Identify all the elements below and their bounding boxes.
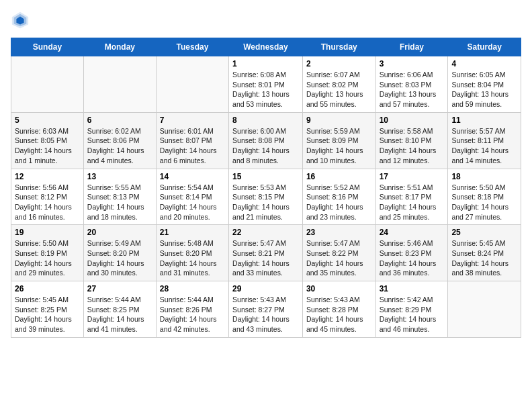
day-of-week-header: Monday <box>83 38 156 56</box>
calendar-cell: 15Sunrise: 5:53 AMSunset: 8:15 PMDayligh… <box>229 169 303 225</box>
day-number: 20 <box>87 228 152 237</box>
day-number: 13 <box>87 172 152 181</box>
day-number: 21 <box>160 228 225 237</box>
calendar-cell: 8Sunrise: 6:00 AMSunset: 8:08 PMDaylight… <box>229 112 303 169</box>
day-info: Sunrise: 5:55 AMSunset: 8:13 PMDaylight:… <box>87 183 152 222</box>
calendar-cell: 21Sunrise: 5:48 AMSunset: 8:20 PMDayligh… <box>156 225 228 281</box>
calendar-cell: 11Sunrise: 5:57 AMSunset: 8:11 PMDayligh… <box>448 112 521 169</box>
day-of-week-header: Sunday <box>11 38 84 56</box>
calendar-cell: 1Sunrise: 6:08 AMSunset: 8:01 PMDaylight… <box>229 56 303 113</box>
day-info: Sunrise: 6:03 AMSunset: 8:05 PMDaylight:… <box>15 126 80 166</box>
calendar-cell: 13Sunrise: 5:55 AMSunset: 8:13 PMDayligh… <box>83 169 156 225</box>
day-info: Sunrise: 6:08 AMSunset: 8:01 PMDaylight:… <box>232 70 299 109</box>
day-info: Sunrise: 5:50 AMSunset: 8:18 PMDaylight:… <box>451 183 517 222</box>
day-number: 17 <box>380 172 445 181</box>
day-number: 27 <box>87 284 152 293</box>
day-number: 10 <box>380 116 445 125</box>
day-of-week-header: Thursday <box>302 38 375 56</box>
calendar-cell: 9Sunrise: 5:59 AMSunset: 8:09 PMDaylight… <box>302 112 375 169</box>
day-info: Sunrise: 5:59 AMSunset: 8:09 PMDaylight:… <box>306 126 372 166</box>
day-info: Sunrise: 5:52 AMSunset: 8:16 PMDaylight:… <box>306 183 372 222</box>
day-number: 11 <box>451 116 517 125</box>
day-info: Sunrise: 6:07 AMSunset: 8:02 PMDaylight:… <box>306 70 372 109</box>
day-info: Sunrise: 5:54 AMSunset: 8:14 PMDaylight:… <box>160 183 225 222</box>
day-number: 26 <box>15 284 80 293</box>
day-of-week-header: Tuesday <box>156 38 228 56</box>
calendar-cell: 23Sunrise: 5:47 AMSunset: 8:22 PMDayligh… <box>302 225 375 281</box>
day-number: 18 <box>451 172 517 181</box>
day-info: Sunrise: 5:43 AMSunset: 8:28 PMDaylight:… <box>306 295 372 334</box>
calendar-cell: 4Sunrise: 6:05 AMSunset: 8:04 PMDaylight… <box>448 56 521 113</box>
day-info: Sunrise: 5:47 AMSunset: 8:22 PMDaylight:… <box>306 238 372 278</box>
day-info: Sunrise: 6:01 AMSunset: 8:07 PMDaylight:… <box>160 126 225 166</box>
calendar-week-row: 19Sunrise: 5:50 AMSunset: 8:19 PMDayligh… <box>11 225 521 281</box>
day-number: 2 <box>306 59 372 68</box>
calendar-cell <box>448 281 521 338</box>
day-number: 8 <box>232 116 299 125</box>
day-info: Sunrise: 5:45 AMSunset: 8:24 PMDaylight:… <box>451 238 517 278</box>
day-info: Sunrise: 5:47 AMSunset: 8:21 PMDaylight:… <box>232 238 299 278</box>
calendar-week-row: 12Sunrise: 5:56 AMSunset: 8:12 PMDayligh… <box>11 169 521 225</box>
calendar-cell: 17Sunrise: 5:51 AMSunset: 8:17 PMDayligh… <box>375 169 448 225</box>
day-number: 3 <box>380 59 445 68</box>
calendar-cell: 10Sunrise: 5:58 AMSunset: 8:10 PMDayligh… <box>375 112 448 169</box>
calendar-cell: 31Sunrise: 5:42 AMSunset: 8:29 PMDayligh… <box>375 281 448 338</box>
day-info: Sunrise: 5:46 AMSunset: 8:23 PMDaylight:… <box>380 238 445 278</box>
day-number: 14 <box>160 172 225 181</box>
day-number: 12 <box>15 172 80 181</box>
calendar-week-row: 5Sunrise: 6:03 AMSunset: 8:05 PMDaylight… <box>11 112 521 169</box>
day-info: Sunrise: 5:49 AMSunset: 8:20 PMDaylight:… <box>87 238 152 278</box>
day-number: 24 <box>380 228 445 237</box>
day-of-week-header: Wednesday <box>229 38 303 56</box>
calendar-cell <box>156 56 228 113</box>
day-info: Sunrise: 5:58 AMSunset: 8:10 PMDaylight:… <box>380 126 445 166</box>
day-number: 4 <box>451 59 517 68</box>
day-info: Sunrise: 6:02 AMSunset: 8:06 PMDaylight:… <box>87 126 152 166</box>
day-number: 30 <box>306 284 372 293</box>
day-info: Sunrise: 6:05 AMSunset: 8:04 PMDaylight:… <box>451 70 517 109</box>
calendar-cell: 29Sunrise: 5:43 AMSunset: 8:27 PMDayligh… <box>229 281 303 338</box>
day-info: Sunrise: 5:44 AMSunset: 8:26 PMDaylight:… <box>160 295 225 334</box>
day-info: Sunrise: 5:57 AMSunset: 8:11 PMDaylight:… <box>451 126 517 166</box>
day-of-week-header: Friday <box>375 38 448 56</box>
day-number: 19 <box>15 228 80 237</box>
day-number: 6 <box>87 116 152 125</box>
day-number: 31 <box>380 284 445 293</box>
calendar-cell <box>83 56 156 113</box>
day-number: 5 <box>15 116 80 125</box>
calendar-week-row: 1Sunrise: 6:08 AMSunset: 8:01 PMDaylight… <box>11 56 521 113</box>
calendar-cell: 12Sunrise: 5:56 AMSunset: 8:12 PMDayligh… <box>11 169 84 225</box>
calendar-cell: 19Sunrise: 5:50 AMSunset: 8:19 PMDayligh… <box>11 225 84 281</box>
day-number: 15 <box>232 172 299 181</box>
calendar-table: SundayMondayTuesdayWednesdayThursdayFrid… <box>11 38 521 338</box>
calendar-cell <box>11 56 84 113</box>
calendar-cell: 28Sunrise: 5:44 AMSunset: 8:26 PMDayligh… <box>156 281 228 338</box>
day-number: 25 <box>451 228 517 237</box>
day-number: 7 <box>160 116 225 125</box>
day-number: 28 <box>160 284 225 293</box>
calendar-cell: 27Sunrise: 5:44 AMSunset: 8:25 PMDayligh… <box>83 281 156 338</box>
calendar-cell: 6Sunrise: 6:02 AMSunset: 8:06 PMDaylight… <box>83 112 156 169</box>
logo <box>11 11 34 30</box>
day-number: 29 <box>232 284 299 293</box>
day-number: 16 <box>306 172 372 181</box>
calendar-cell: 24Sunrise: 5:46 AMSunset: 8:23 PMDayligh… <box>375 225 448 281</box>
day-number: 22 <box>232 228 299 237</box>
calendar-cell: 22Sunrise: 5:47 AMSunset: 8:21 PMDayligh… <box>229 225 303 281</box>
calendar-cell: 20Sunrise: 5:49 AMSunset: 8:20 PMDayligh… <box>83 225 156 281</box>
day-info: Sunrise: 5:50 AMSunset: 8:19 PMDaylight:… <box>15 238 80 278</box>
calendar-cell: 7Sunrise: 6:01 AMSunset: 8:07 PMDaylight… <box>156 112 228 169</box>
calendar-cell: 14Sunrise: 5:54 AMSunset: 8:14 PMDayligh… <box>156 169 228 225</box>
day-info: Sunrise: 5:56 AMSunset: 8:12 PMDaylight:… <box>15 183 80 222</box>
calendar-week-row: 26Sunrise: 5:45 AMSunset: 8:25 PMDayligh… <box>11 281 521 338</box>
day-info: Sunrise: 5:44 AMSunset: 8:25 PMDaylight:… <box>87 295 152 334</box>
calendar-cell: 16Sunrise: 5:52 AMSunset: 8:16 PMDayligh… <box>302 169 375 225</box>
day-info: Sunrise: 6:00 AMSunset: 8:08 PMDaylight:… <box>232 126 299 166</box>
calendar-cell: 26Sunrise: 5:45 AMSunset: 8:25 PMDayligh… <box>11 281 84 338</box>
day-info: Sunrise: 6:06 AMSunset: 8:03 PMDaylight:… <box>380 70 445 109</box>
day-info: Sunrise: 5:51 AMSunset: 8:17 PMDaylight:… <box>380 183 445 222</box>
day-info: Sunrise: 5:48 AMSunset: 8:20 PMDaylight:… <box>160 238 225 278</box>
calendar-cell: 2Sunrise: 6:07 AMSunset: 8:02 PMDaylight… <box>302 56 375 113</box>
day-info: Sunrise: 5:43 AMSunset: 8:27 PMDaylight:… <box>232 295 299 334</box>
logo-icon <box>11 11 30 30</box>
